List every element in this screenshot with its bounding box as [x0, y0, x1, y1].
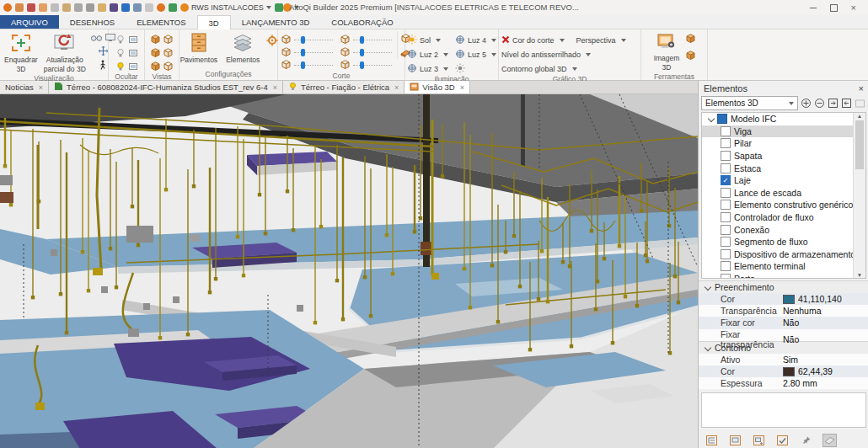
checkbox[interactable]: ✓: [721, 175, 731, 185]
redo-icon[interactable]: [145, 3, 153, 12]
property-row-espessura[interactable]: Espessura2.80 mm: [699, 377, 868, 389]
atualizacao-parcial-button[interactable]: Atualização parcial do 3D: [42, 31, 88, 74]
tree-scrollbar[interactable]: ▲ ▼: [853, 113, 865, 278]
screen-add-icon[interactable]: [753, 435, 765, 446]
show-all-icon[interactable]: [115, 60, 126, 72]
slider-track[interactable]: [353, 36, 392, 44]
section-header-preenchimento[interactable]: Preenchimento: [699, 280, 868, 293]
uncheck-all-icon[interactable]: [813, 98, 826, 109]
tree-view-icon[interactable]: [705, 435, 718, 446]
property-value[interactable]: 2.80 mm: [783, 378, 868, 388]
slider-track[interactable]: [294, 36, 333, 44]
scroll-up-icon[interactable]: ▲: [857, 113, 862, 119]
property-value[interactable]: Não: [783, 334, 868, 344]
undo-icon[interactable]: [133, 3, 142, 12]
minimize-button[interactable]: [810, 8, 817, 8]
slider-thumb[interactable]: [301, 49, 305, 56]
doc-tab-t-rreo-608082024-ifc-humaniza-[interactable]: Térreo - 608082024-IFC-Humaniza Studios …: [49, 81, 283, 93]
3d-viewport[interactable]: [0, 94, 698, 448]
settings-gear-icon[interactable]: [266, 31, 278, 48]
luz5-dropdown[interactable]: Luz 5: [455, 48, 496, 61]
brightness-toggle[interactable]: [455, 62, 496, 75]
checkbox[interactable]: [721, 151, 731, 161]
walkthrough-icon[interactable]: [99, 60, 107, 72]
slider-thumb[interactable]: [301, 36, 305, 44]
slider-track[interactable]: [294, 61, 333, 69]
3d-glasses-icon[interactable]: [90, 34, 103, 44]
corte-slider-3[interactable]: [281, 46, 335, 59]
eraser-icon[interactable]: [823, 435, 836, 446]
corte-slider-1[interactable]: [281, 34, 335, 46]
close-tab-icon[interactable]: ×: [39, 83, 43, 92]
slider-thumb[interactable]: [301, 61, 305, 69]
sol-dropdown[interactable]: Sol: [407, 34, 448, 46]
view-iso-icon[interactable]: [150, 60, 162, 72]
corte-slider-2[interactable]: [340, 34, 394, 46]
save-all-icon[interactable]: [51, 3, 59, 12]
enquadrar-3d-button[interactable]: Enquadrar 3D: [3, 31, 40, 74]
tree-item-segmento-de-fluxo[interactable]: Segmento de fluxo: [702, 236, 853, 248]
panel-select-icon[interactable]: [127, 46, 139, 59]
plugin-icon[interactable]: [110, 3, 118, 12]
ribbon-tab-colaboração[interactable]: COLABORAÇÃO: [320, 15, 404, 29]
perspectiva-dropdown[interactable]: Perspectiva: [576, 34, 626, 46]
checkbox[interactable]: [721, 188, 731, 198]
checkbox[interactable]: [721, 261, 731, 271]
view-left-icon[interactable]: [150, 46, 162, 59]
scroll-down-icon[interactable]: ▼: [857, 272, 862, 278]
property-value[interactable]: Sim: [783, 355, 868, 365]
elements-view-select[interactable]: Elementos 3D: [701, 96, 798, 110]
status-icon[interactable]: [275, 3, 283, 12]
tree-item-dispositivo-de-armazenamento-de-flu-do[interactable]: Dispositivo de armazenamento de fluído: [702, 248, 853, 261]
property-row-fixar-transpar-ncia[interactable]: Fixar transparênciaNão: [699, 329, 868, 341]
export-cube-icon[interactable]: [685, 33, 696, 45]
slider-track[interactable]: [294, 49, 333, 56]
slider-thumb[interactable]: [360, 61, 364, 69]
tree-item-conex-o[interactable]: Conexão: [702, 223, 853, 236]
slider-track[interactable]: [353, 61, 392, 69]
checkbox-partial[interactable]: [717, 114, 727, 124]
pan-move-icon[interactable]: [98, 45, 109, 58]
screen-icon[interactable]: [729, 435, 742, 446]
scroll-thumb[interactable]: [855, 120, 864, 169]
tree-item-viga[interactable]: Viga: [702, 125, 853, 138]
close-tab-icon[interactable]: ×: [394, 83, 399, 92]
corte-slider-6[interactable]: [340, 59, 394, 72]
panel-close-icon[interactable]: ×: [859, 83, 864, 93]
checkbox[interactable]: [721, 274, 731, 278]
corte-slider-5[interactable]: [281, 59, 335, 72]
tree-item-estaca[interactable]: Estaca: [702, 162, 853, 174]
save-as-icon[interactable]: [62, 3, 71, 12]
tree-item-elemento-construtivo-gen-rico[interactable]: Elemento construtivo genérico: [702, 199, 853, 211]
corte-slider-4[interactable]: [340, 46, 394, 59]
elementos-button[interactable]: Elementos: [224, 31, 261, 66]
checkbox[interactable]: [721, 163, 731, 173]
tree-item-elemento-terminal[interactable]: Elemento terminal: [702, 260, 853, 273]
document-icon[interactable]: [98, 3, 106, 12]
ribbon-tab-arquivo[interactable]: ARQUIVO: [0, 15, 59, 29]
collapse-all-icon[interactable]: [840, 98, 853, 109]
panel-lock-icon[interactable]: [127, 60, 139, 72]
ribbon-tab-lançamento-3d[interactable]: LANÇAMENTO 3D: [231, 15, 321, 29]
checkbox[interactable]: [721, 126, 731, 136]
tree-root-modelo-ifc[interactable]: Modelo IFC: [702, 113, 853, 125]
antisserrilhado-dropdown[interactable]: Nível do antisserrilhado: [501, 48, 626, 61]
property-value[interactable]: Nenhuma: [783, 306, 868, 316]
checkbox[interactable]: [721, 249, 731, 259]
open-project-icon[interactable]: [27, 3, 35, 12]
panel-icon[interactable]: [127, 33, 139, 45]
ribbon-tab-3d[interactable]: 3D: [197, 15, 231, 29]
hide-layer-icon[interactable]: [115, 46, 126, 59]
tree-item-controlador-de-fluxo[interactable]: Controlador de fluxo: [702, 211, 853, 224]
tree-item-porta[interactable]: Porta: [702, 273, 853, 278]
print-icon[interactable]: [86, 3, 94, 12]
luz3-dropdown[interactable]: Luz 3: [407, 62, 448, 75]
property-row-transpar-ncia[interactable]: TransparênciaNenhuma: [699, 305, 868, 317]
property-value[interactable]: Não: [783, 317, 868, 328]
checkbox[interactable]: [721, 200, 731, 210]
new-drawing-icon[interactable]: [15, 3, 24, 12]
save-icon[interactable]: [39, 3, 47, 12]
doc-tab-vis-o-3d[interactable]: Visão 3D×: [405, 81, 470, 93]
close-button[interactable]: ×: [851, 3, 856, 12]
restore-button[interactable]: [830, 4, 838, 12]
